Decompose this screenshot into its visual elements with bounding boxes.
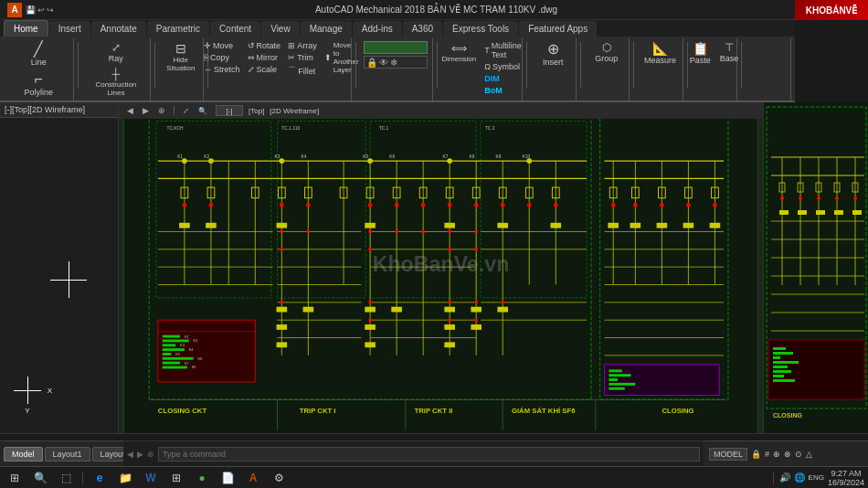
- ribbon-tab-bar: Home Insert Annotate Parametric Content …: [0, 20, 795, 37]
- nav-home[interactable]: ⊕: [155, 105, 168, 116]
- command-input[interactable]: [158, 447, 700, 461]
- svg-rect-235: [773, 379, 795, 382]
- autocad-taskbar-button[interactable]: A: [242, 469, 264, 487]
- tab-annotate[interactable]: Annotate: [91, 21, 146, 37]
- symbol-button[interactable]: ΩSymbol: [482, 61, 524, 72]
- status-grid-icon[interactable]: #: [765, 450, 769, 459]
- mirror-button[interactable]: ⇔Mirror: [245, 52, 284, 63]
- resize-handle: [0, 433, 868, 440]
- svg-point-94: [474, 248, 478, 251]
- trim-button[interactable]: ✂Trim: [285, 52, 320, 63]
- copy-button[interactable]: ⎘Copy: [201, 52, 243, 63]
- model-tab[interactable]: Model: [4, 447, 43, 461]
- tab-view[interactable]: View: [261, 21, 300, 37]
- scale-button[interactable]: ⤢Scale: [245, 64, 284, 75]
- word-button[interactable]: W: [140, 469, 162, 487]
- nav-back[interactable]: ◀: [124, 105, 136, 116]
- sep4: [355, 42, 356, 88]
- status-ortho-icon[interactable]: ⊗: [784, 450, 791, 459]
- zoom-extents[interactable]: ⤢: [180, 106, 192, 116]
- tab-bar: Model Layout1 Layout2 +: [0, 440, 123, 466]
- construction-lines-button[interactable]: ┼ Construction Lines: [88, 67, 144, 99]
- network-icon[interactable]: 🌐: [794, 472, 805, 483]
- bom-button[interactable]: BoM: [482, 85, 524, 96]
- model-status-button[interactable]: MODEL: [709, 448, 747, 461]
- viewport-controls[interactable]: [-]: [216, 105, 243, 116]
- fillet-button[interactable]: ⌒Fillet: [285, 64, 320, 78]
- svg-rect-180: [609, 369, 622, 372]
- multiline-text-button[interactable]: TMultiline Text: [482, 40, 524, 60]
- qat-redo[interactable]: ↪: [47, 5, 54, 15]
- edge-button[interactable]: e: [89, 469, 111, 487]
- extra-button[interactable]: ⚙: [268, 469, 290, 487]
- tab-a360[interactable]: A360: [403, 21, 442, 37]
- window-title: AutoCAD Mechanical 2018 BẢN VẼ MC TRAM 1…: [54, 5, 819, 15]
- base-button[interactable]: ⊤ Base: [716, 40, 743, 67]
- measure-button[interactable]: 📐 Measure: [640, 40, 680, 67]
- svg-point-95: [280, 301, 283, 304]
- svg-point-93: [448, 248, 451, 251]
- tab-manage[interactable]: Manage: [301, 21, 352, 37]
- nav-forward[interactable]: ▶: [140, 105, 152, 116]
- dim-button[interactable]: DIM: [482, 73, 524, 84]
- svg-rect-112: [163, 366, 187, 369]
- layout1-tab[interactable]: Layout1: [45, 447, 90, 461]
- rotate-button[interactable]: ↺Rotate: [245, 40, 284, 51]
- viewport-label: [-][Top][2D Wireframe]: [5, 105, 85, 114]
- tab-express[interactable]: Express Tools: [443, 21, 518, 37]
- polyline-button[interactable]: ⌐ Polyline: [20, 70, 57, 99]
- start-button[interactable]: ⊞: [4, 469, 26, 487]
- qat-undo[interactable]: ↩: [37, 5, 45, 15]
- line-button[interactable]: ╱ Line: [27, 40, 50, 69]
- status-polar-icon[interactable]: ⊙: [795, 450, 802, 459]
- status-snap-icon[interactable]: ⊕: [773, 450, 780, 459]
- svg-point-44: [182, 203, 186, 207]
- array-button[interactable]: ⊞Array: [285, 40, 320, 51]
- tab-featured[interactable]: Featured Apps: [519, 21, 597, 37]
- tab-content[interactable]: Content: [210, 21, 260, 37]
- hide-situation-button[interactable]: ⊟ Hide Situation: [163, 40, 198, 74]
- status-lock-icon[interactable]: 🔒: [751, 450, 761, 459]
- layer-freeze-icon[interactable]: ❄: [390, 58, 397, 68]
- ray-button[interactable]: ⤢ Ray: [105, 40, 127, 65]
- polyline-icon: ⌐: [35, 72, 43, 87]
- status-object-snap-icon[interactable]: △: [806, 450, 812, 459]
- search-taskbar[interactable]: 🔍: [29, 469, 51, 487]
- tab-home[interactable]: Home: [4, 20, 48, 37]
- dimension-button[interactable]: ⟺ Dimension: [438, 40, 480, 96]
- explorer-icon: 📁: [118, 471, 132, 485]
- svg-point-89: [448, 230, 451, 234]
- apps-button[interactable]: ⊞: [165, 469, 187, 487]
- qat-save[interactable]: 💾: [26, 5, 36, 15]
- chrome-button[interactable]: ●: [191, 469, 213, 487]
- svg-point-213: [835, 196, 839, 200]
- file-button[interactable]: 📄: [217, 469, 238, 487]
- command-arrow-right[interactable]: ▶: [137, 450, 143, 459]
- explorer-button[interactable]: 📁: [114, 469, 136, 487]
- insert-button[interactable]: ⊕ Insert: [539, 40, 567, 69]
- command-plus[interactable]: ⊕: [147, 450, 154, 459]
- svg-rect-108: [163, 348, 185, 351]
- tab-parametric[interactable]: Parametric: [147, 21, 209, 37]
- system-clock[interactable]: 9:27 AM 16/9/2024: [828, 469, 864, 487]
- volume-icon[interactable]: 🔊: [779, 472, 790, 483]
- svg-rect-62: [550, 223, 561, 228]
- layer-visible-icon[interactable]: 👁: [379, 58, 388, 68]
- zoom-window[interactable]: 🔍: [196, 106, 210, 116]
- group-button[interactable]: ⬡ Group: [591, 40, 621, 65]
- command-arrow-left[interactable]: ◀: [127, 450, 133, 459]
- taskview-button[interactable]: ⬚: [55, 469, 77, 487]
- layer-dropdown[interactable]: [364, 41, 428, 54]
- svg-text:TC.2: TC.2: [485, 126, 495, 131]
- svg-text:CLOSING: CLOSING: [662, 407, 693, 415]
- tab-addins[interactable]: Add-ins: [353, 21, 402, 37]
- move-button[interactable]: ✛Move: [201, 40, 243, 51]
- tab-insert[interactable]: Insert: [49, 21, 90, 37]
- paste-button[interactable]: 📋 Paste: [686, 40, 715, 67]
- svg-point-97: [448, 301, 451, 304]
- stretch-button[interactable]: ↔Stretch: [201, 64, 243, 75]
- cad-drawing-canvas[interactable]: K1 K2 K3 K4 K5 K6 K7 K8 K1 K2 K3 K4 K5 K…: [123, 107, 758, 436]
- drawing-area[interactable]: ◀ ▶ ⊕ ⤢ 🔍 [-] [Top] [2D Wireframe]: [119, 102, 763, 440]
- svg-point-90: [474, 230, 478, 234]
- layer-lock-icon[interactable]: 🔒: [366, 58, 377, 68]
